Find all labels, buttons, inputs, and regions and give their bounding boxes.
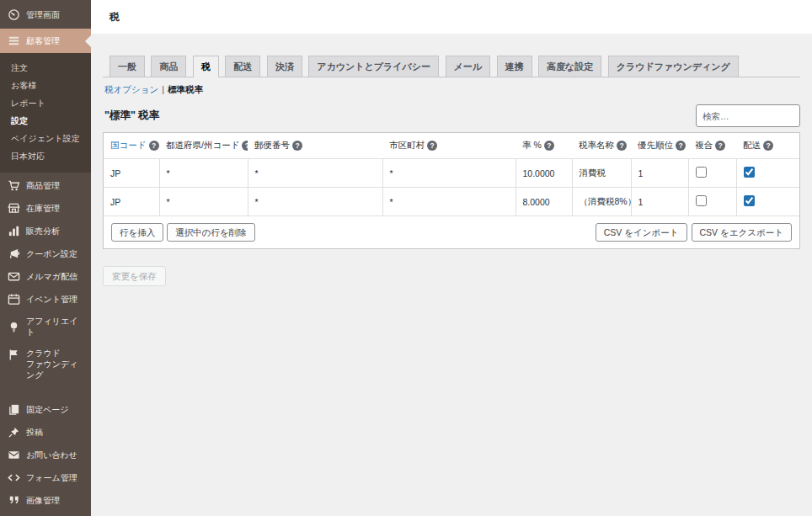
help-icon[interactable]: ? [676,141,686,151]
sidebar-item-posts[interactable]: 投稿 [0,421,91,444]
tab-emails[interactable]: メール [446,56,491,77]
cell-priority[interactable]: 1 [631,188,688,216]
tax-options-link[interactable]: 税オプション [104,84,158,94]
pushpin-icon [8,426,20,439]
help-icon[interactable]: ? [427,141,437,151]
country-code-sort-link[interactable]: 国コード [110,140,147,150]
tab-shipping[interactable]: 配送 [225,56,260,77]
envelope-icon [8,270,20,283]
cell-country[interactable]: JP [104,159,159,188]
cell-state[interactable]: * [159,188,248,216]
sidebar-subitem-reports[interactable]: レポート [0,94,91,112]
tab-payments[interactable]: 決済 [267,56,302,77]
tab-tax[interactable]: 税 [193,56,219,77]
export-csv-button[interactable]: CSV をエクスポート [692,223,792,242]
cell-state[interactable]: * [159,159,248,188]
col-state-code: 都道府県/州コード? [159,133,248,159]
chart-bar-icon [8,225,20,237]
search-input[interactable] [696,104,800,127]
code-icon [8,471,20,484]
tab-accounts-privacy[interactable]: アカウントとプライバシー [308,56,439,77]
sidebar-item-coupon-settings[interactable]: クーポン設定 [0,242,91,265]
sidebar-subitem-paygent-settings[interactable]: ペイジェント設定 [0,130,91,147]
sidebar-item-label: イベント管理 [26,294,77,305]
cell-rate[interactable]: 10.0000 [516,159,572,188]
separator: | [162,84,164,94]
compound-checkbox[interactable] [696,195,707,206]
sidebar-item-affiliate[interactable]: アフィリエイト [0,311,91,343]
sidebar-item-label: 在庫管理 [26,203,60,214]
sidebar-item-label: 投稿 [26,427,43,438]
sidebar-subitem-orders[interactable]: 注文 [0,59,91,77]
sidebar-subitem-settings[interactable]: 設定 [0,112,91,130]
cell-postcode[interactable]: * [248,188,382,216]
lightbulb-icon [8,321,20,333]
compound-checkbox[interactable] [696,167,707,178]
shipping-checkbox[interactable] [744,195,755,206]
flag-icon [8,348,20,361]
sidebar-item-newsletter[interactable]: メルマガ配信 [0,265,91,288]
sidebar-submenu: 注文 お客様 レポート 設定 ペイジェント設定 日本対応 [0,53,91,173]
menu-list-icon [8,35,20,47]
sidebar-subitem-japan-support[interactable]: 日本対応 [0,147,91,165]
sidebar-item-form-management[interactable]: フォーム管理 [0,466,91,489]
pages-icon [8,403,20,416]
col-city: 市区町村? [382,133,516,159]
cell-shipping [736,159,799,188]
cell-tax-name[interactable]: （消費税8%） [572,188,631,216]
cell-priority[interactable]: 1 [631,159,688,188]
cell-postcode[interactable]: * [248,159,382,188]
sidebar-item-label: 管理画面 [26,9,60,20]
sidebar-subitem-customers[interactable]: お客様 [0,77,91,94]
cell-city[interactable]: * [382,159,516,188]
col-compound: 複合? [688,133,736,159]
admin-sidebar: 管理画面 顧客管理 注文 お客様 レポート 設定 ペイジェント設定 日本対応 商… [0,0,91,516]
tab-advanced[interactable]: 高度な設定 [538,56,601,77]
tax-rate-row[interactable]: JP * * * 8.0000 （消費税8%） 1 [104,188,799,216]
help-icon[interactable]: ? [242,141,248,151]
tax-rate-row[interactable]: JP * * * 10.0000 消費税 1 [104,159,799,188]
cell-country[interactable]: JP [104,188,159,216]
help-icon[interactable]: ? [292,141,302,151]
sidebar-item-label: フォーム管理 [26,472,77,483]
sidebar-item-image-management[interactable]: 画像管理 [0,489,91,512]
cell-rate[interactable]: 8.0000 [516,188,572,216]
sidebar-item-crowdfunding[interactable]: クラウド ファウンディング [0,343,91,386]
sidebar-item-dashboard[interactable]: 管理画面 [0,0,91,29]
sidebar-item-label: アフィリエイト [26,316,83,338]
page-header: 税 [91,0,812,34]
import-csv-button[interactable]: CSV をインポート [596,223,687,242]
table-header-row: 国コード? 都道府県/州コード? 郵便番号? 市区町村? 率 %? 税率名称? … [104,133,799,159]
sidebar-item-customer-management[interactable]: 顧客管理 [0,29,91,53]
cell-tax-name[interactable]: 消費税 [572,159,631,188]
tax-section-links: 税オプション|標準税率 [103,84,800,96]
sidebar-item-inventory-management[interactable]: 在庫管理 [0,197,91,220]
cell-city[interactable]: * [382,188,516,216]
shipping-checkbox[interactable] [744,167,755,178]
main-area: 税 一般 商品 税 配送 決済 アカウントとプライバシー メール 連携 高度な設… [91,0,812,516]
tax-rates-table: 国コード? 都道府県/州コード? 郵便番号? 市区町村? 率 %? 税率名称? … [104,133,799,216]
cell-shipping [736,188,799,216]
save-changes-button[interactable]: 変更を保存 [103,266,166,286]
help-icon[interactable]: ? [544,141,554,151]
help-icon[interactable]: ? [763,141,773,151]
sidebar-item-event-management[interactable]: イベント管理 [0,288,91,311]
tab-crowdfunding[interactable]: クラウドファウンディング [608,56,739,77]
calendar-icon [8,293,20,306]
sidebar-item-pages[interactable]: 固定ページ [0,398,91,421]
col-country-code: 国コード? [104,133,159,159]
col-priority: 優先順位? [631,133,688,159]
sidebar-item-sales-analytics[interactable]: 販売分析 [0,220,91,242]
remove-selected-rows-button[interactable]: 選択中の行を削除 [167,223,255,242]
tab-general[interactable]: 一般 [110,56,145,77]
insert-row-button[interactable]: 行を挿入 [111,223,163,242]
help-icon[interactable]: ? [149,141,159,151]
sidebar-item-label: 固定ページ [26,404,68,415]
tab-integration[interactable]: 連携 [497,56,532,77]
sidebar-item-contact[interactable]: お問い合わせ [0,444,91,466]
help-icon[interactable]: ? [715,141,725,151]
help-icon[interactable]: ? [617,141,627,151]
csv-buttons: CSV をインポート CSV をエクスポート [596,223,792,242]
tab-products[interactable]: 商品 [151,56,186,77]
sidebar-item-product-management[interactable]: 商品管理 [0,174,91,197]
